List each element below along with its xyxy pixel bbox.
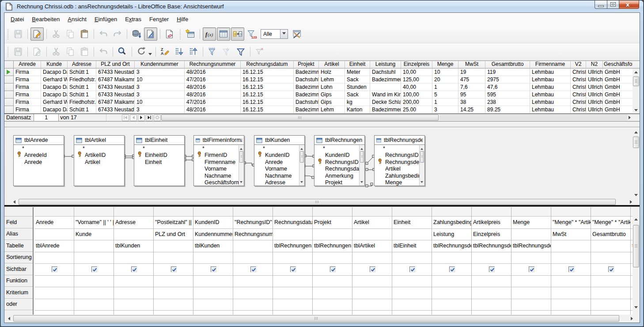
query-cell-sortierung[interactable] [392, 252, 432, 264]
query-cell-alias[interactable]: Gesamtbrutto [591, 228, 630, 240]
design-table-tblartikel[interactable]: tblArtikel *ArtikelIDArtikel [74, 135, 125, 186]
grid-cell[interactable]: Badezimmer [294, 91, 319, 99]
field-menge[interactable]: Menge [375, 179, 424, 186]
design-view-button[interactable] [144, 27, 157, 41]
query-cell-funktion[interactable] [233, 275, 273, 287]
query-cell-oder[interactable] [392, 299, 432, 311]
query-cell-funktion[interactable] [551, 275, 591, 287]
query-cell-alias[interactable] [114, 228, 153, 240]
grid-cell[interactable]: GmbH [603, 68, 633, 76]
next-record-button[interactable] [138, 114, 145, 121]
query-cell-tabelle[interactable]: tblRechnungen [273, 240, 312, 252]
column-header-geschftsform[interactable]: Geschäftsform [603, 61, 633, 68]
visible-checkbox[interactable] [91, 266, 97, 272]
grid-cell[interactable]: Badezimmer [294, 106, 319, 114]
vertical-scrollbar[interactable] [633, 68, 640, 114]
query-cell-kriterium[interactable] [591, 287, 630, 299]
field-star[interactable]: * [314, 145, 364, 152]
column-header-n2[interactable]: N2 [586, 61, 603, 68]
column-header[interactable] [233, 207, 273, 217]
field-kundenid[interactable]: KundenID [314, 152, 364, 159]
field-star[interactable]: * [194, 145, 244, 152]
query-cell-sortierung[interactable] [432, 252, 471, 264]
refresh-button[interactable] [135, 45, 148, 58]
grid-cell[interactable]: 38 [458, 99, 485, 106]
clear-query-button[interactable] [163, 27, 176, 41]
scrollbar-thumb[interactable] [161, 114, 439, 121]
query-cell-tabelle[interactable] [154, 240, 193, 252]
grid-cell[interactable]: Wand im Kind [370, 91, 401, 99]
scroll-right-icon[interactable] [629, 116, 633, 119]
titlebar[interactable]: Rechnung Chrissi.odb : ansRechnungsdetai… [1, 0, 643, 13]
visible-checkbox[interactable] [250, 266, 256, 272]
table-title[interactable]: tblRechnungsdetails [375, 136, 424, 145]
scroll-right-button[interactable] [628, 315, 635, 322]
column-header[interactable] [392, 207, 432, 217]
grid-cell[interactable]: Dacapo Dach [41, 68, 68, 76]
grid-cell[interactable]: Christian [571, 84, 586, 91]
scroll-up-button[interactable] [633, 216, 640, 223]
query-cell-kriterium[interactable] [193, 287, 233, 299]
scrollbar-thumb[interactable] [19, 199, 616, 205]
close-button[interactable]: x [619, 0, 639, 9]
grid-cell[interactable]: 3 [135, 84, 185, 91]
query-cell-kriterium[interactable] [74, 287, 114, 299]
query-cell-alias[interactable]: MwSt [551, 228, 591, 240]
vertical-scrollbar[interactable] [633, 216, 640, 311]
grid-cell[interactable]: Lehmbau [530, 84, 571, 91]
query-cell-funktion[interactable] [313, 275, 352, 287]
minimize-button[interactable] [595, 0, 607, 9]
column-header[interactable] [313, 207, 352, 217]
table-name-button[interactable] [217, 27, 230, 41]
scrollbar-thumb[interactable] [13, 315, 619, 322]
copy-button[interactable] [64, 45, 77, 58]
field-list-scrollbar[interactable] [359, 145, 364, 186]
field-star[interactable]: * [14, 145, 64, 152]
query-cell-oder[interactable] [472, 299, 511, 311]
column-header-firmenname[interactable]: Firmenname [530, 61, 571, 68]
query-cell-alias[interactable] [34, 228, 74, 240]
column-header[interactable] [352, 207, 392, 217]
menu-datei[interactable]: Datei [7, 14, 28, 24]
visible-checkbox[interactable] [131, 266, 137, 272]
query-cell-alias[interactable]: Rechnungsnummer [233, 228, 273, 240]
alias-button[interactable]: 00 [231, 27, 244, 41]
field-artikelid[interactable]: ArtikelID [74, 152, 124, 159]
redo-button[interactable] [111, 27, 124, 41]
column-header[interactable] [154, 207, 193, 217]
query-cell-feld[interactable]: "Menge" * "Artik [591, 217, 630, 228]
grid-cell[interactable]: GmbH [603, 84, 633, 91]
query-cell-funktion[interactable] [392, 275, 432, 287]
column-header[interactable] [273, 207, 312, 217]
field-list-scrollbar[interactable] [239, 145, 244, 186]
grid-cell[interactable]: Dacapo Dach [41, 84, 68, 91]
grid-cell[interactable]: 48/2016 [185, 68, 241, 76]
edit-button[interactable] [30, 45, 44, 58]
field-nachname[interactable]: Nachname [194, 172, 244, 179]
column-header-rechnungsdatum[interactable]: Rechnungsdatum [241, 61, 294, 68]
grid-cell[interactable]: 16.12.15 [241, 84, 294, 91]
query-cell-tabelle[interactable]: tblArtikel [352, 240, 392, 252]
grid-cell[interactable]: 67433 Neustadt [96, 68, 135, 76]
row-header[interactable] [4, 91, 14, 99]
field-nachname[interactable]: Nachname [254, 172, 304, 179]
field-star[interactable]: * [74, 145, 124, 152]
field-anmerkung[interactable]: Anmerkung [314, 172, 364, 179]
grid-cell[interactable]: 48/2016 [185, 84, 241, 91]
query-cell-sortierung[interactable] [511, 252, 551, 264]
grid-cell[interactable]: 47/2016 [185, 99, 241, 106]
column-header-kunde[interactable]: Kunde [41, 61, 68, 68]
scrollbar-track[interactable] [439, 114, 628, 121]
grid-cell[interactable]: Dacapo Dach [41, 106, 68, 114]
query-cell-tabelle[interactable]: tblAnrede [34, 240, 74, 252]
query-cell-kriterium[interactable] [352, 287, 392, 299]
column-header-einheit[interactable]: Einheit [345, 61, 370, 68]
visible-checkbox[interactable] [211, 266, 216, 272]
row-header[interactable] [4, 99, 14, 106]
apply-filter-button[interactable] [220, 45, 233, 58]
grid-cell[interactable]: Dachstuhlausbau [294, 99, 319, 106]
toolbar-drag-handle[interactable] [179, 29, 182, 39]
query-cell-funktion[interactable] [34, 275, 74, 287]
grid-cell[interactable]: 3 [432, 106, 458, 114]
table-title[interactable]: tblRechnungen [314, 136, 364, 145]
